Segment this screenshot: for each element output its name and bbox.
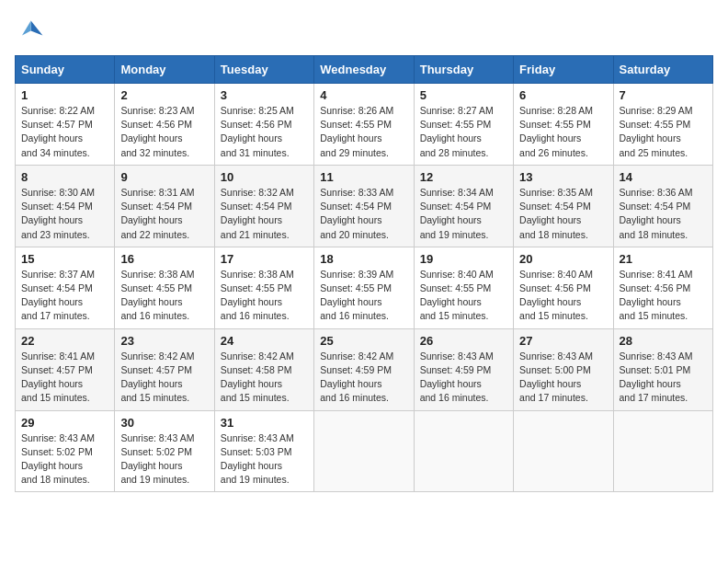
day-info: Sunrise: 8:25 AM Sunset: 4:56 PM Dayligh… <box>221 104 308 160</box>
day-info: Sunrise: 8:43 AM Sunset: 5:02 PM Dayligh… <box>21 431 108 488</box>
calendar-cell: 13 Sunrise: 8:35 AM Sunset: 4:54 PM Dayl… <box>514 165 613 247</box>
calendar-cell: 4 Sunrise: 8:26 AM Sunset: 4:55 PM Dayli… <box>314 84 414 166</box>
day-number: 16 <box>120 252 208 266</box>
page-header <box>15 15 713 44</box>
calendar-cell: 29 Sunrise: 8:43 AM Sunset: 5:02 PM Dayl… <box>16 410 115 492</box>
calendar-cell: 14 Sunrise: 8:36 AM Sunset: 4:54 PM Dayl… <box>613 165 712 247</box>
calendar-cell <box>613 410 712 492</box>
day-number: 7 <box>620 88 707 102</box>
calendar-cell <box>414 410 513 492</box>
calendar-cell: 15 Sunrise: 8:37 AM Sunset: 4:54 PM Dayl… <box>16 247 115 328</box>
weekday-header-monday: Monday <box>115 56 214 84</box>
week-row-3: 15 Sunrise: 8:37 AM Sunset: 4:54 PM Dayl… <box>16 247 713 328</box>
day-number: 11 <box>320 170 407 184</box>
day-number: 10 <box>221 170 308 184</box>
day-number: 14 <box>620 170 707 184</box>
day-info: Sunrise: 8:39 AM Sunset: 4:55 PM Dayligh… <box>320 268 407 324</box>
day-number: 1 <box>21 88 108 102</box>
weekday-header-saturday: Saturday <box>613 56 712 84</box>
calendar-cell: 6 Sunrise: 8:28 AM Sunset: 4:55 PM Dayli… <box>514 84 613 166</box>
day-info: Sunrise: 8:43 AM Sunset: 5:00 PM Dayligh… <box>519 350 607 406</box>
weekday-header-wednesday: Wednesday <box>314 56 414 84</box>
day-info: Sunrise: 8:27 AM Sunset: 4:55 PM Dayligh… <box>420 104 507 160</box>
day-number: 3 <box>221 88 308 102</box>
calendar-cell: 22 Sunrise: 8:41 AM Sunset: 4:57 PM Dayl… <box>16 328 115 410</box>
day-info: Sunrise: 8:34 AM Sunset: 4:54 PM Dayligh… <box>420 186 507 242</box>
day-number: 27 <box>519 334 607 348</box>
week-row-5: 29 Sunrise: 8:43 AM Sunset: 5:02 PM Dayl… <box>16 410 713 492</box>
logo <box>15 15 48 44</box>
svg-marker-0 <box>31 20 43 35</box>
calendar-cell: 16 Sunrise: 8:38 AM Sunset: 4:55 PM Dayl… <box>115 247 214 328</box>
day-number: 31 <box>221 416 308 430</box>
weekday-header-sunday: Sunday <box>16 56 115 84</box>
day-number: 30 <box>120 416 208 430</box>
day-number: 18 <box>320 252 407 266</box>
day-number: 8 <box>21 170 108 184</box>
weekday-header-thursday: Thursday <box>414 56 513 84</box>
weekday-header-row: SundayMondayTuesdayWednesdayThursdayFrid… <box>16 56 713 84</box>
calendar-cell: 27 Sunrise: 8:43 AM Sunset: 5:00 PM Dayl… <box>514 328 613 410</box>
calendar-cell: 19 Sunrise: 8:40 AM Sunset: 4:55 PM Dayl… <box>414 247 513 328</box>
day-info: Sunrise: 8:38 AM Sunset: 4:55 PM Dayligh… <box>120 268 208 324</box>
day-info: Sunrise: 8:43 AM Sunset: 4:59 PM Dayligh… <box>420 350 507 406</box>
week-row-4: 22 Sunrise: 8:41 AM Sunset: 4:57 PM Dayl… <box>16 328 713 410</box>
day-number: 19 <box>420 252 507 266</box>
calendar-cell: 1 Sunrise: 8:22 AM Sunset: 4:57 PM Dayli… <box>16 84 115 166</box>
day-number: 26 <box>420 334 507 348</box>
calendar-cell <box>514 410 613 492</box>
calendar-cell: 9 Sunrise: 8:31 AM Sunset: 4:54 PM Dayli… <box>115 165 214 247</box>
calendar-cell: 17 Sunrise: 8:38 AM Sunset: 4:55 PM Dayl… <box>214 247 313 328</box>
calendar-cell: 31 Sunrise: 8:43 AM Sunset: 5:03 PM Dayl… <box>214 410 313 492</box>
day-number: 12 <box>420 170 507 184</box>
day-number: 17 <box>221 252 308 266</box>
calendar-cell: 24 Sunrise: 8:42 AM Sunset: 4:58 PM Dayl… <box>214 328 313 410</box>
day-number: 21 <box>620 252 707 266</box>
day-info: Sunrise: 8:36 AM Sunset: 4:54 PM Dayligh… <box>620 186 707 242</box>
day-number: 5 <box>420 88 507 102</box>
calendar-cell: 5 Sunrise: 8:27 AM Sunset: 4:55 PM Dayli… <box>414 84 513 166</box>
calendar-table: SundayMondayTuesdayWednesdayThursdayFrid… <box>15 55 713 492</box>
day-number: 15 <box>21 252 108 266</box>
day-number: 29 <box>21 416 108 430</box>
calendar-cell: 8 Sunrise: 8:30 AM Sunset: 4:54 PM Dayli… <box>16 165 115 247</box>
day-info: Sunrise: 8:43 AM Sunset: 5:02 PM Dayligh… <box>120 431 208 488</box>
calendar-cell: 23 Sunrise: 8:42 AM Sunset: 4:57 PM Dayl… <box>115 328 214 410</box>
calendar-cell: 2 Sunrise: 8:23 AM Sunset: 4:56 PM Dayli… <box>115 84 214 166</box>
day-info: Sunrise: 8:42 AM Sunset: 4:58 PM Dayligh… <box>221 350 308 406</box>
day-info: Sunrise: 8:22 AM Sunset: 4:57 PM Dayligh… <box>21 104 108 160</box>
day-number: 25 <box>320 334 407 348</box>
week-row-1: 1 Sunrise: 8:22 AM Sunset: 4:57 PM Dayli… <box>16 84 713 166</box>
calendar-body: 1 Sunrise: 8:22 AM Sunset: 4:57 PM Dayli… <box>16 84 713 492</box>
day-info: Sunrise: 8:37 AM Sunset: 4:54 PM Dayligh… <box>21 268 108 324</box>
day-number: 28 <box>620 334 707 348</box>
day-number: 20 <box>519 252 607 266</box>
weekday-header-friday: Friday <box>514 56 613 84</box>
day-info: Sunrise: 8:41 AM Sunset: 4:57 PM Dayligh… <box>21 350 108 406</box>
day-info: Sunrise: 8:23 AM Sunset: 4:56 PM Dayligh… <box>120 104 208 160</box>
day-info: Sunrise: 8:43 AM Sunset: 5:03 PM Dayligh… <box>221 431 308 488</box>
weekday-header-tuesday: Tuesday <box>214 56 313 84</box>
day-info: Sunrise: 8:30 AM Sunset: 4:54 PM Dayligh… <box>21 186 108 242</box>
day-number: 22 <box>21 334 108 348</box>
day-number: 6 <box>519 88 607 102</box>
day-info: Sunrise: 8:26 AM Sunset: 4:55 PM Dayligh… <box>320 104 407 160</box>
calendar-cell: 21 Sunrise: 8:41 AM Sunset: 4:56 PM Dayl… <box>613 247 712 328</box>
week-row-2: 8 Sunrise: 8:30 AM Sunset: 4:54 PM Dayli… <box>16 165 713 247</box>
calendar-cell: 26 Sunrise: 8:43 AM Sunset: 4:59 PM Dayl… <box>414 328 513 410</box>
calendar-cell: 18 Sunrise: 8:39 AM Sunset: 4:55 PM Dayl… <box>314 247 414 328</box>
day-number: 24 <box>221 334 308 348</box>
day-info: Sunrise: 8:28 AM Sunset: 4:55 PM Dayligh… <box>519 104 607 160</box>
calendar-cell <box>314 410 414 492</box>
logo-icon <box>15 15 44 44</box>
calendar-cell: 10 Sunrise: 8:32 AM Sunset: 4:54 PM Dayl… <box>214 165 313 247</box>
day-info: Sunrise: 8:42 AM Sunset: 4:57 PM Dayligh… <box>120 350 208 406</box>
calendar-cell: 28 Sunrise: 8:43 AM Sunset: 5:01 PM Dayl… <box>613 328 712 410</box>
calendar-cell: 11 Sunrise: 8:33 AM Sunset: 4:54 PM Dayl… <box>314 165 414 247</box>
calendar-cell: 20 Sunrise: 8:40 AM Sunset: 4:56 PM Dayl… <box>514 247 613 328</box>
day-info: Sunrise: 8:43 AM Sunset: 5:01 PM Dayligh… <box>620 350 707 406</box>
day-info: Sunrise: 8:41 AM Sunset: 4:56 PM Dayligh… <box>620 268 707 324</box>
calendar-cell: 12 Sunrise: 8:34 AM Sunset: 4:54 PM Dayl… <box>414 165 513 247</box>
day-info: Sunrise: 8:38 AM Sunset: 4:55 PM Dayligh… <box>221 268 308 324</box>
calendar-cell: 7 Sunrise: 8:29 AM Sunset: 4:55 PM Dayli… <box>613 84 712 166</box>
